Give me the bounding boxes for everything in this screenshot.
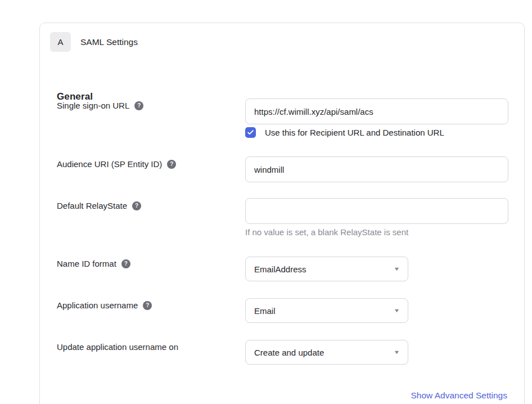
audience-uri-input[interactable] xyxy=(245,156,508,182)
show-advanced-settings-link[interactable]: Show Advanced Settings xyxy=(411,390,507,401)
page-title: SAML Settings xyxy=(80,37,138,47)
chevron-down-icon: ▼ xyxy=(394,349,400,355)
help-icon[interactable]: ? xyxy=(132,201,141,210)
name-id-format-label: Name ID format ? xyxy=(57,259,130,268)
help-icon[interactable]: ? xyxy=(121,259,130,268)
application-username-label-text: Application username xyxy=(57,300,138,310)
update-application-username-select[interactable]: Create and update ▼ xyxy=(245,340,408,365)
relay-state-label: Default RelayState ? xyxy=(57,201,141,210)
relay-state-label-text: Default RelayState xyxy=(57,201,127,210)
help-icon[interactable]: ? xyxy=(134,101,143,110)
help-icon[interactable]: ? xyxy=(167,160,176,169)
recipient-url-checkbox-label: Use this for Recipient URL and Destinati… xyxy=(265,128,444,137)
update-application-username-label: Update application username on xyxy=(57,342,178,352)
recipient-url-checkbox[interactable] xyxy=(245,127,256,138)
chevron-down-icon: ▼ xyxy=(394,308,400,313)
application-username-label: Application username ? xyxy=(57,300,152,310)
audience-uri-label: Audience URI (SP Entity ID) ? xyxy=(57,159,176,169)
chevron-down-icon: ▼ xyxy=(394,266,400,272)
name-id-format-select[interactable]: EmailAddress ▼ xyxy=(245,257,408,281)
card-header: A SAML Settings xyxy=(50,32,138,52)
sso-checkbox-row: Use this for Recipient URL and Destinati… xyxy=(245,127,444,138)
name-id-format-label-text: Name ID format xyxy=(57,259,116,268)
relay-state-input[interactable] xyxy=(245,198,508,224)
name-id-format-selected-value: EmailAddress xyxy=(254,264,306,274)
sso-url-label-text: Single sign-on URL xyxy=(57,101,129,110)
application-username-selected-value: Email xyxy=(254,306,276,316)
sso-url-label: Single sign-on URL ? xyxy=(57,101,143,110)
update-application-username-label-text: Update application username on xyxy=(57,342,178,352)
sso-url-input[interactable] xyxy=(245,98,508,124)
relay-state-helper-text: If no value is set, a blank RelayState i… xyxy=(245,227,408,237)
application-username-select[interactable]: Email ▼ xyxy=(245,298,408,323)
step-badge: A xyxy=(50,32,71,52)
update-application-username-selected-value: Create and update xyxy=(254,348,324,357)
checkmark-icon xyxy=(247,129,254,136)
audience-uri-label-text: Audience URI (SP Entity ID) xyxy=(57,159,162,169)
help-icon[interactable]: ? xyxy=(143,301,152,310)
saml-settings-card: A SAML Settings General Single sign-on U… xyxy=(39,23,525,404)
